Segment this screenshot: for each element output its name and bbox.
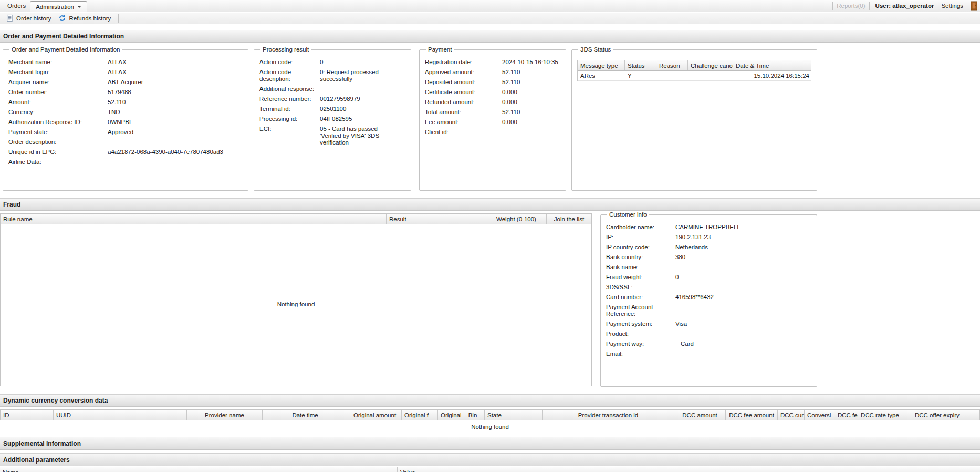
separator <box>118 14 119 23</box>
order-history-button[interactable]: Order history <box>2 14 55 23</box>
field-label: Bank name: <box>606 264 675 271</box>
supplemental-section-title: Supplemental information <box>3 440 81 447</box>
field-row: Action code:0 <box>259 59 406 66</box>
threeds-status-fieldset: 3DS Status Message type Status Reason Ch… <box>571 46 817 191</box>
field-label: ECI: <box>259 126 320 146</box>
field-label: 3DS/SSL: <box>606 284 675 291</box>
field-row: Registration date:2024-10-15 16:10:35 <box>425 59 561 66</box>
field-label: Certificate amount: <box>425 89 502 96</box>
dcc-col-dcc-offer-expiry[interactable]: DCC offer expiry <box>912 410 980 420</box>
field-value <box>108 159 244 166</box>
dcc-col-dcc-fee[interactable]: DCC fee <box>835 410 858 420</box>
menu-item-settings[interactable]: Settings <box>941 3 963 9</box>
customer-info-fieldset: Customer info Cardholder name:CARMINE TR… <box>600 211 817 387</box>
field-row: Approved amount:52.110 <box>425 69 561 76</box>
field-value: a4a21872-068a-4390-a040-7e7807480ad3 <box>108 149 244 156</box>
field-value <box>675 304 812 317</box>
field-row: Payment system:Visa <box>606 321 812 327</box>
threeds-col-date-time[interactable]: Date & Time <box>733 60 812 70</box>
field-row: Payment way:Card <box>606 341 812 347</box>
field-row: Order number:5179488 <box>8 89 244 96</box>
dcc-col-id[interactable]: ID <box>1 410 54 420</box>
field-label: Registration date: <box>425 59 502 66</box>
threeds-col-challenge-cancel[interactable]: Challenge cancel <box>688 60 733 70</box>
field-value <box>108 139 244 146</box>
logout-door-icon[interactable] <box>971 1 977 11</box>
field-value: 001279598979 <box>320 96 406 102</box>
field-label: Card number: <box>606 294 675 301</box>
threeds-table-row[interactable]: ARes Y 15.10.2024 16:15:24 <box>578 71 811 81</box>
threeds-cell-challenge <box>688 71 733 80</box>
dcc-col-original-fee[interactable]: Original f <box>402 410 438 420</box>
toolbar: Order history Refunds history <box>0 13 980 24</box>
params-col-name[interactable]: Name <box>0 467 398 472</box>
field-label: Acquirer name: <box>8 79 108 86</box>
field-label: Merchant name: <box>8 59 108 66</box>
field-label: Action code description: <box>259 69 320 83</box>
field-label: Email: <box>606 351 675 357</box>
dcc-col-dcc-fee-amount[interactable]: DCC fee amount <box>726 410 778 420</box>
params-col-value[interactable]: Value <box>398 467 980 472</box>
dcc-col-state[interactable]: State <box>485 410 543 420</box>
dcc-col-uuid[interactable]: UUID <box>54 410 187 420</box>
field-row: Action code description:0: Request proce… <box>259 69 406 83</box>
dcc-col-conversion[interactable]: Conversi <box>805 410 835 420</box>
field-value: 52.110 <box>502 69 561 76</box>
field-row: Fraud weight:0 <box>606 274 812 281</box>
menu-item-administration[interactable]: Administration <box>30 1 87 12</box>
field-row: Authorization Response ID:0WNPBL <box>8 119 244 126</box>
field-value: 0.000 <box>502 89 561 96</box>
fraud-col-weight[interactable]: Weight (0-100) <box>486 214 547 224</box>
field-row: Bank country:380 <box>606 254 812 261</box>
field-value: ABT Acquirer <box>108 79 244 86</box>
field-row: Additional response: <box>259 86 406 93</box>
threeds-status-legend: 3DS Status <box>578 46 613 53</box>
threeds-col-reason[interactable]: Reason <box>656 60 688 70</box>
threeds-cell-message-type: ARes <box>578 71 625 80</box>
dcc-col-dcc-rate-type[interactable]: DCC rate type <box>858 410 912 420</box>
field-row: Card number:416598**6432 <box>606 294 812 301</box>
dcc-col-provider-transaction-id[interactable]: Provider transaction id <box>543 410 674 420</box>
document-icon <box>6 14 14 22</box>
field-value: 380 <box>675 254 812 261</box>
field-label: Currency: <box>8 109 108 116</box>
field-label: Reference number: <box>259 96 320 102</box>
order-history-label: Order history <box>16 15 51 22</box>
field-label: Bank country: <box>606 254 675 261</box>
dcc-col-dcc-currency[interactable]: DCC curr <box>778 410 805 420</box>
dcc-col-original-currency[interactable]: Original c <box>438 410 461 420</box>
fraud-col-result[interactable]: Result <box>387 214 486 224</box>
threeds-cell-status: Y <box>625 71 656 80</box>
section-header-main: Order and Payment Detailed Information <box>0 30 980 43</box>
dcc-col-bin[interactable]: Bin <box>461 410 485 420</box>
threeds-col-status[interactable]: Status <box>625 60 656 70</box>
administration-label: Administration <box>36 4 74 10</box>
field-value: 0WNPBL <box>108 119 244 126</box>
field-value: 2024-10-15 16:10:35 <box>502 59 561 66</box>
field-row: Deposited amount:52.110 <box>425 79 561 86</box>
menu-item-orders[interactable]: Orders <box>3 3 30 9</box>
fraud-col-rule-name[interactable]: Rule name <box>1 214 387 224</box>
field-row: Order description: <box>8 139 244 146</box>
field-value: CARMINE TROPPBELL <box>675 224 812 231</box>
field-value: 52.110 <box>502 79 561 86</box>
processing-result-legend: Processing result <box>260 46 311 53</box>
refunds-history-button[interactable]: Refunds history <box>55 14 114 23</box>
dcc-col-original-amount[interactable]: Original amount <box>348 410 402 420</box>
field-label: Merchant login: <box>8 69 108 76</box>
dcc-col-dcc-amount[interactable]: DCC amount <box>674 410 726 420</box>
fraud-col-join-list[interactable]: Join the list <box>547 214 591 224</box>
field-label: IP: <box>606 234 675 241</box>
field-label: Deposited amount: <box>425 79 502 86</box>
payment-fieldset: Payment Registration date:2024-10-15 16:… <box>419 46 566 191</box>
field-label: Amount: <box>8 99 108 106</box>
threeds-col-message-type[interactable]: Message type <box>578 60 625 70</box>
section-header-dcc: Dynamic currency conversion data <box>0 394 980 407</box>
dcc-col-date-time[interactable]: Date time <box>263 410 348 420</box>
dcc-col-provider-name[interactable]: Provider name <box>187 410 263 420</box>
field-value: 05 - Card has passed 'Verified by VISA' … <box>320 126 399 146</box>
field-label: Product: <box>606 331 675 337</box>
dcc-section-title: Dynamic currency conversion data <box>3 397 108 404</box>
field-label: Approved amount: <box>425 69 502 76</box>
field-row: IP:190.2.131.23 <box>606 234 812 241</box>
